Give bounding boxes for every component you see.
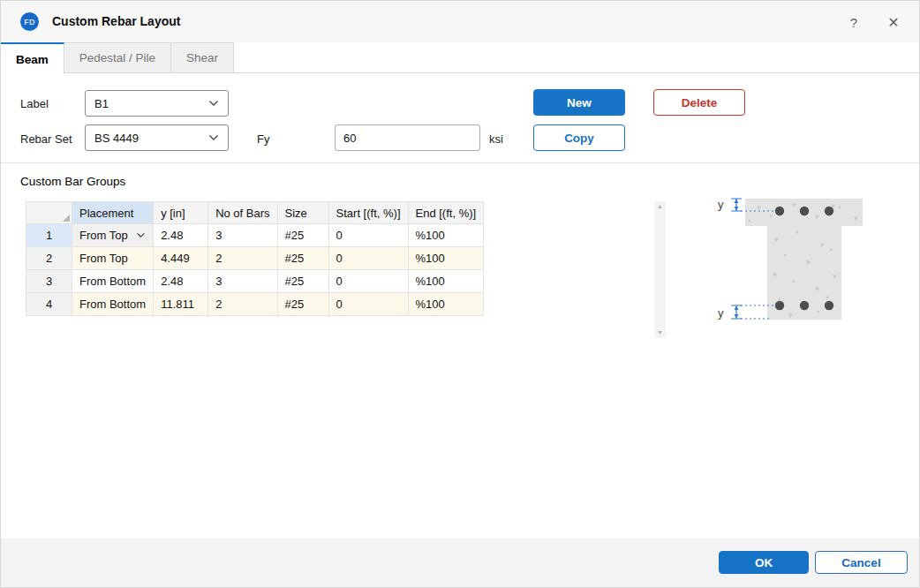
section-divider xyxy=(1,162,920,163)
app-logo-icon: FD xyxy=(20,12,39,31)
row-number-cell[interactable]: 1 xyxy=(26,224,72,247)
copy-button[interactable]: Copy xyxy=(533,124,625,151)
y-cell[interactable]: 2.48 xyxy=(154,224,208,247)
bars-cell[interactable]: 3 xyxy=(208,224,277,247)
end-cell[interactable]: %100 xyxy=(408,293,484,316)
placement-value: From Top xyxy=(79,229,128,242)
column-header-y[interactable]: y [in] xyxy=(154,202,208,224)
label-dropdown[interactable]: B1 xyxy=(85,90,229,117)
end-cell[interactable]: %100 xyxy=(408,224,484,247)
start-cell[interactable]: 0 xyxy=(328,224,408,247)
start-cell[interactable]: 0 xyxy=(328,293,408,316)
title-bar: FD Custom Rebar Layout ? ✕ xyxy=(1,1,920,42)
rebar-set-caption: Rebar Set xyxy=(20,132,72,146)
chevron-down-icon xyxy=(136,232,146,238)
y-cell[interactable]: 4.449 xyxy=(154,247,208,270)
size-cell[interactable]: #25 xyxy=(277,224,328,247)
size-cell[interactable]: #25 xyxy=(277,247,328,270)
row-number-cell[interactable]: 3 xyxy=(26,270,72,293)
bottom-dim-label: y xyxy=(718,306,724,320)
column-header-no-of-bars[interactable]: No of Bars xyxy=(208,202,277,224)
placement-cell-dropdown[interactable]: From Top xyxy=(72,224,154,247)
ok-button[interactable]: OK xyxy=(719,551,809,574)
rebar-set-dropdown-value: BS 4449 xyxy=(94,132,139,145)
section-title: Custom Bar Groups xyxy=(20,175,125,188)
corner-triangle-icon xyxy=(63,215,70,222)
tab-beam[interactable]: Beam xyxy=(1,42,64,74)
label-field-caption: Label xyxy=(20,97,49,110)
end-cell[interactable]: %100 xyxy=(408,247,484,270)
table-vertical-scrollbar[interactable]: ▲ ▼ xyxy=(654,201,666,338)
column-header-size[interactable]: Size xyxy=(277,202,328,224)
help-button[interactable]: ? xyxy=(840,11,868,34)
start-cell[interactable]: 0 xyxy=(328,270,408,293)
placement-cell[interactable]: From Bottom xyxy=(72,293,154,316)
tab-shear[interactable]: Shear xyxy=(171,42,234,73)
scroll-up-icon[interactable]: ▲ xyxy=(657,201,663,212)
beam-section-diagram: y y xyxy=(707,188,875,329)
scroll-down-icon[interactable]: ▼ xyxy=(657,328,663,338)
app-logo-text: FD xyxy=(24,18,35,26)
start-cell[interactable]: 0 xyxy=(328,247,408,270)
fy-caption: Fy xyxy=(257,132,269,146)
placement-cell[interactable]: From Bottom xyxy=(72,270,154,293)
tab-strip: Beam Pedestal / Pile Shear xyxy=(1,42,920,73)
custom-rebar-layout-dialog: FD Custom Rebar Layout ? ✕ Beam Pedestal… xyxy=(0,0,920,588)
table-row: 4 From Bottom 11.811 2 #25 0 %100 xyxy=(26,293,484,316)
bottom-dimension-marker xyxy=(731,305,773,319)
new-button[interactable]: New xyxy=(533,89,625,116)
column-header-end[interactable]: End [(ft, %)] xyxy=(408,202,484,224)
label-dropdown-value: B1 xyxy=(94,97,109,110)
fy-input[interactable] xyxy=(335,124,480,151)
rebar-set-dropdown[interactable]: BS 4449 xyxy=(85,124,229,151)
column-header-start[interactable]: Start [(ft, %)] xyxy=(328,202,408,224)
column-header-placement[interactable]: Placement xyxy=(72,202,154,224)
table-row: 2 From Top 4.449 2 #25 0 %100 xyxy=(26,247,484,270)
chevron-down-icon xyxy=(208,134,219,141)
fy-unit-label: ksi xyxy=(489,132,503,146)
cancel-button[interactable]: Cancel xyxy=(815,551,908,574)
delete-button[interactable]: Delete xyxy=(653,89,745,116)
chevron-down-icon xyxy=(208,100,219,107)
end-cell[interactable]: %100 xyxy=(408,270,484,293)
footer-bar: OK Cancel xyxy=(1,539,920,588)
bars-cell[interactable]: 2 xyxy=(208,293,277,316)
table-row: 1 From Top 2.48 3 #25 0 %100 xyxy=(26,224,484,247)
bars-cell[interactable]: 3 xyxy=(208,270,277,293)
close-button[interactable]: ✕ xyxy=(879,11,908,34)
bar-groups-table: Placement y [in] No of Bars Size Start [… xyxy=(26,201,484,316)
bars-cell[interactable]: 2 xyxy=(208,247,277,270)
row-indicator-header[interactable] xyxy=(26,202,72,224)
table-header-row: Placement y [in] No of Bars Size Start [… xyxy=(26,202,484,224)
size-cell[interactable]: #25 xyxy=(277,293,328,316)
row-number-cell[interactable]: 4 xyxy=(26,293,72,316)
dialog-title: Custom Rebar Layout xyxy=(52,14,180,28)
placement-cell[interactable]: From Top xyxy=(72,247,154,270)
table-row: 3 From Bottom 2.48 3 #25 0 %100 xyxy=(26,270,484,293)
row-number-cell[interactable]: 2 xyxy=(26,247,72,270)
size-cell[interactable]: #25 xyxy=(277,270,328,293)
y-cell[interactable]: 11.811 xyxy=(154,293,208,316)
top-dim-label: y xyxy=(718,198,724,211)
tab-pedestal-pile[interactable]: Pedestal / Pile xyxy=(64,42,171,73)
y-cell[interactable]: 2.48 xyxy=(154,270,208,293)
